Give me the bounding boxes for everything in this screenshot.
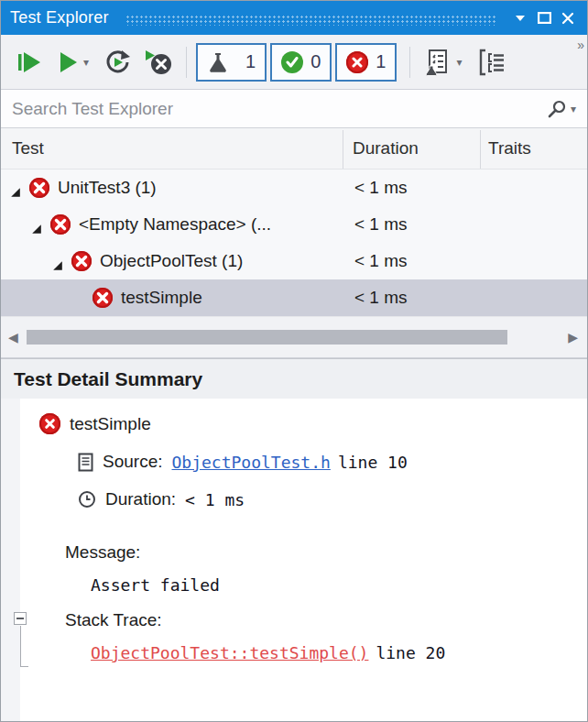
- detail-summary-title: Test Detail Summary: [14, 368, 202, 390]
- collapse-expander-icon[interactable]: [52, 256, 63, 267]
- column-test[interactable]: Test: [12, 138, 44, 159]
- detail-stack-label-row: Stack Trace:: [65, 610, 162, 630]
- source-document-icon: [78, 453, 93, 472]
- tree-row-empty-namespace[interactable]: <Empty Namespace> (... < 1 ms: [1, 206, 587, 243]
- test-node-label: UnitTest3 (1): [58, 178, 157, 198]
- detail-test-row: testSimple: [39, 413, 151, 434]
- message-label: Message:: [65, 542, 140, 563]
- detail-stack-frame-row: ObjectPoolTest::testSimple() line 20: [91, 643, 445, 662]
- toolbar-overflow-icon[interactable]: »: [577, 38, 583, 52]
- duration-value: < 1 ms: [185, 490, 245, 509]
- search-dropdown-icon[interactable]: ▾: [571, 103, 576, 115]
- detail-source-row: Source: ObjectPoolTest.h line 10: [78, 452, 408, 472]
- float-window-icon[interactable]: [532, 6, 556, 30]
- stack-trace-guide-line: [20, 666, 28, 667]
- passed-tests-filter[interactable]: 0: [270, 43, 332, 82]
- window-menu-icon[interactable]: [508, 6, 532, 30]
- run-all-button[interactable]: [12, 47, 47, 78]
- source-line-number: line 10: [338, 453, 408, 472]
- total-tests-filter[interactable]: 1: [196, 43, 267, 82]
- collapse-expander-icon[interactable]: [31, 219, 42, 230]
- source-label: Source:: [103, 452, 162, 472]
- passed-count: 0: [310, 51, 321, 72]
- detail-summary-header: Test Detail Summary: [1, 358, 587, 399]
- stack-trace-guide-line: [20, 626, 21, 666]
- tree-row-unittest3[interactable]: UnitTest3 (1) < 1 ms: [1, 170, 587, 206]
- toolbar-separator: [186, 47, 187, 78]
- source-file-link[interactable]: ObjectPoolTest.h: [171, 453, 330, 472]
- repeat-last-run-button[interactable]: [100, 45, 135, 80]
- detail-gutter: [1, 399, 20, 722]
- scroll-left-icon[interactable]: ◀: [8, 330, 18, 345]
- passed-icon: [281, 51, 303, 73]
- detail-message-label-row: Message:: [65, 542, 140, 563]
- group-by-button[interactable]: [474, 45, 511, 80]
- run-dropdown-icon[interactable]: ▾: [83, 56, 89, 69]
- failed-icon: [346, 51, 368, 73]
- stack-trace-collapse-icon[interactable]: [14, 612, 27, 625]
- search-input[interactable]: [12, 99, 547, 119]
- horizontal-scrollbar[interactable]: ◀ ▶: [1, 316, 587, 358]
- tree-row-objectpooltest[interactable]: ObjectPoolTest (1) < 1 ms: [1, 243, 587, 279]
- beaker-icon: [207, 51, 229, 73]
- clock-icon: [78, 490, 96, 509]
- failed-test-icon: [71, 251, 92, 271]
- test-node-duration: < 1 ms: [354, 214, 408, 235]
- collapse-expander-icon[interactable]: [10, 182, 21, 193]
- failed-test-icon: [50, 214, 71, 235]
- test-node-label: <Empty Namespace> (...: [79, 214, 271, 235]
- playlist-button[interactable]: [419, 44, 454, 81]
- stack-frame-link[interactable]: ObjectPoolTest::testSimple(): [91, 643, 368, 662]
- test-tree: UnitTest3 (1) < 1 ms <Empty Namespace> (…: [1, 170, 587, 316]
- failed-tests-filter[interactable]: 1: [335, 43, 397, 82]
- scrollbar-thumb[interactable]: [27, 330, 507, 345]
- search-bar: ▾: [1, 90, 587, 128]
- scroll-right-icon[interactable]: ▶: [568, 330, 578, 345]
- failed-test-icon: [39, 413, 60, 434]
- test-node-label: testSimple: [121, 288, 202, 308]
- detail-test-name: testSimple: [70, 414, 151, 434]
- failed-test-icon: [29, 178, 49, 198]
- column-traits[interactable]: Traits: [488, 138, 531, 159]
- column-divider: [480, 130, 481, 169]
- drag-grip[interactable]: [125, 15, 495, 26]
- column-divider: [343, 130, 343, 169]
- test-node-label: ObjectPoolTest (1): [100, 251, 243, 271]
- total-count: 1: [245, 51, 256, 72]
- playlist-dropdown-icon[interactable]: ▾: [456, 56, 462, 69]
- test-explorer-window: Test Explorer ▾: [0, 0, 588, 722]
- detail-duration-row: Duration: < 1 ms: [78, 489, 245, 509]
- failed-count: 1: [376, 51, 386, 72]
- detail-message-value-row: Assert failed: [91, 575, 220, 595]
- search-icon[interactable]: [547, 99, 567, 119]
- titlebar: Test Explorer: [1, 1, 587, 35]
- toolbar-separator: [409, 47, 410, 78]
- duration-label: Duration:: [105, 489, 176, 509]
- failed-test-icon: [93, 288, 113, 308]
- test-node-duration: < 1 ms: [354, 288, 408, 308]
- column-header-row: Test Duration Traits: [1, 128, 587, 170]
- stack-trace-label: Stack Trace:: [65, 610, 162, 630]
- test-node-duration: < 1 ms: [354, 251, 408, 271]
- stack-frame-line-number: line 20: [376, 643, 445, 662]
- close-icon[interactable]: [556, 6, 580, 30]
- window-title: Test Explorer: [10, 8, 109, 27]
- toolbar: ▾ 1: [1, 35, 587, 90]
- column-duration[interactable]: Duration: [353, 138, 419, 159]
- test-node-duration: < 1 ms: [354, 178, 408, 198]
- run-button[interactable]: [54, 47, 82, 78]
- run-failed-tests-button[interactable]: [140, 45, 177, 80]
- message-value: Assert failed: [91, 575, 220, 595]
- tree-row-testsimple[interactable]: testSimple < 1 ms: [1, 279, 587, 316]
- detail-summary-body: testSimple Source: ObjectPoolTest.h line…: [1, 399, 587, 722]
